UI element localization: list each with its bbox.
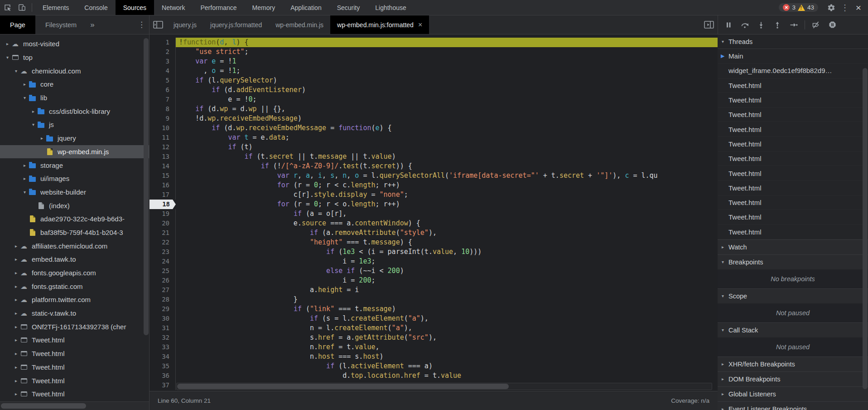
chevron-right-icon[interactable]: ▸ (12, 311, 20, 316)
section-header-global-listeners[interactable]: ▸Global Listeners (718, 386, 868, 401)
chevron-right-icon[interactable]: ▸ (38, 136, 46, 141)
navigator-menu-icon[interactable]: ⋮ (134, 15, 149, 34)
inspect-element-icon[interactable] (0, 0, 14, 15)
thread-item-tweet-html[interactable]: Tweet.html (718, 78, 868, 93)
tree-item-tweet-html[interactable]: ▸Tweet.html (0, 333, 149, 347)
chevron-right-icon[interactable]: ▸ (12, 244, 20, 249)
chevron-down-icon[interactable]: ▾ (12, 68, 20, 73)
editor-tab-jquery-js-formatted[interactable]: jquery.js:formatted (203, 15, 269, 34)
thread-item-tweet-html[interactable]: Tweet.html (718, 166, 868, 181)
line-number[interactable]: 3 (149, 57, 176, 66)
pause-icon[interactable] (722, 19, 735, 31)
section-header-event-listener-breakpoints[interactable]: ▸Event Listener Breakpoints (718, 401, 868, 410)
tab-lighthouse[interactable]: Lighthouse (367, 0, 414, 15)
pause-on-exceptions-icon[interactable] (825, 19, 839, 31)
line-number[interactable]: 26 (149, 276, 176, 285)
line-number[interactable]: 16 (149, 181, 176, 190)
chevron-right-icon[interactable]: ▸ (4, 41, 11, 46)
tree-item-chemicloud-com[interactable]: ▾☁chemicloud.com (0, 64, 149, 78)
tree-item-most-visited[interactable]: ▸☁most-visited (0, 37, 149, 51)
thread-item-tweet-html[interactable]: Tweet.html (718, 122, 868, 137)
line-number[interactable]: 11 (149, 133, 176, 142)
tree-item-core[interactable]: ▸core (0, 78, 149, 91)
thread-item-tweet-html[interactable]: Tweet.html (718, 151, 868, 166)
tree-item-css-dist-block-library[interactable]: ▸css/dist/block-library (0, 104, 149, 118)
line-number[interactable]: 30 (149, 314, 176, 323)
execution-line-marker[interactable]: 18 (149, 200, 176, 209)
tree-item-ui-images[interactable]: ▸ui/images (0, 172, 149, 185)
tab-performance[interactable]: Performance (193, 0, 244, 15)
tree-item-jquery[interactable]: ▸jquery (0, 132, 149, 145)
tree-item-tweet-html[interactable]: ▸Tweet.html (0, 374, 149, 387)
tree-item-affiliates-chemicloud-com[interactable]: ▸☁affiliates.chemicloud.com (0, 239, 149, 253)
step-out-icon[interactable] (771, 19, 784, 31)
line-number[interactable]: 17 (149, 190, 176, 200)
tree-item-embed-tawk-to[interactable]: ▸☁embed.tawk.to (0, 253, 149, 266)
settings-gear-icon[interactable] (825, 4, 838, 12)
debugger-vertical-scrollbar[interactable] (863, 68, 868, 389)
thread-item-tweet-html[interactable]: Tweet.html (718, 225, 868, 239)
line-number[interactable]: 28 (149, 295, 176, 304)
section-header-dom-breakpoints[interactable]: ▸DOM Breakpoints (718, 371, 868, 386)
thread-item-tweet-html[interactable]: Tweet.html (718, 107, 868, 122)
line-number[interactable]: 22 (149, 238, 176, 247)
section-header-xhr-fetch-breakpoints[interactable]: ▸XHR/fetch Breakpoints (718, 356, 868, 371)
chevron-right-icon[interactable]: ▸ (12, 337, 20, 342)
navigator-horizontal-scrollbar[interactable] (0, 401, 149, 410)
step-over-icon[interactable] (738, 19, 752, 31)
line-number[interactable]: 21 (149, 228, 176, 238)
tab-memory[interactable]: Memory (245, 0, 283, 15)
chevron-right-icon[interactable]: ▸ (29, 109, 37, 114)
tree-item-fonts-gstatic-com[interactable]: ▸☁fonts.gstatic.com (0, 279, 149, 293)
deactivate-breakpoints-icon[interactable] (809, 19, 823, 31)
editor-tab-wp-embed-min-js[interactable]: wp-embed.min.js (269, 15, 330, 34)
tab-elements[interactable]: Elements (35, 0, 77, 15)
line-number[interactable]: 37 (149, 381, 176, 390)
chevron-right-icon[interactable]: ▸ (12, 391, 20, 396)
line-number[interactable]: 27 (149, 285, 176, 295)
section-header-breakpoints[interactable]: ▾Breakpoints (718, 254, 868, 269)
line-number[interactable]: 4 (149, 66, 176, 76)
step-into-icon[interactable] (754, 19, 768, 31)
navigator-tab-filesystem[interactable]: Filesystem (35, 15, 87, 34)
tab-application[interactable]: Application (283, 0, 329, 15)
editor-horizontal-scrollbar[interactable] (176, 383, 712, 390)
tree-item-lib[interactable]: ▾lib (0, 91, 149, 105)
tree-item-static-v-tawk-to[interactable]: ▸☁static-v.tawk.to (0, 307, 149, 320)
tree-item-wp-embed-min-js[interactable]: wp-embed.min.js (0, 145, 149, 159)
line-number[interactable]: 25 (149, 266, 176, 276)
tree-item-tweet-html[interactable]: ▸Tweet.html (0, 387, 149, 401)
line-number[interactable]: 7 (149, 95, 176, 104)
line-number[interactable]: 24 (149, 257, 176, 266)
chevron-right-icon[interactable]: ▸ (12, 351, 20, 356)
tree-item-onf2tfj-1617134392738-cher[interactable]: ▸ONf2TFj-1617134392738 (cher (0, 320, 149, 333)
section-header-call-stack[interactable]: ▾Call Stack (718, 322, 868, 337)
tree-item-adae2970-322c-4eb9-b6d3[interactable]: adae2970-322c-4eb9-b6d3- (0, 212, 149, 226)
tab-console[interactable]: Console (77, 0, 115, 15)
line-number[interactable]: 6 (149, 85, 176, 95)
line-number[interactable]: 2 (149, 47, 176, 57)
tree-item-js[interactable]: ▾js (0, 118, 149, 132)
device-toolbar-icon[interactable] (14, 0, 29, 15)
step-icon[interactable] (787, 19, 800, 31)
line-number[interactable]: 34 (149, 352, 176, 361)
editor-tab-jquery-js[interactable]: jquery.js (167, 15, 203, 34)
navigator-vertical-scrollbar[interactable] (144, 38, 149, 335)
line-number[interactable]: 31 (149, 323, 176, 333)
chevron-right-icon[interactable]: ▸ (12, 365, 20, 370)
tree-item-platform-twitter-com[interactable]: ▸☁platform.twitter.com (0, 293, 149, 307)
line-number[interactable]: 9 (149, 114, 176, 123)
line-number[interactable]: 13 (149, 152, 176, 161)
line-number[interactable]: 33 (149, 342, 176, 352)
tree-item-baf38f5b-759f-44b1-b204-3[interactable]: baf38f5b-759f-44b1-b204-3 (0, 226, 149, 239)
line-number[interactable]: 10 (149, 123, 176, 133)
chevron-right-icon[interactable]: ▸ (12, 284, 20, 289)
tree-item-website-builder[interactable]: ▾website-builder (0, 185, 149, 199)
chevron-down-icon[interactable]: ▾ (29, 122, 37, 127)
line-number[interactable]: 12 (149, 142, 176, 152)
chevron-right-icon[interactable]: ▸ (12, 378, 20, 383)
line-number[interactable]: 14 (149, 161, 176, 171)
tab-security[interactable]: Security (329, 0, 368, 15)
navigator-tab-page[interactable]: Page (0, 15, 35, 34)
line-number[interactable]: 1 (149, 38, 176, 47)
